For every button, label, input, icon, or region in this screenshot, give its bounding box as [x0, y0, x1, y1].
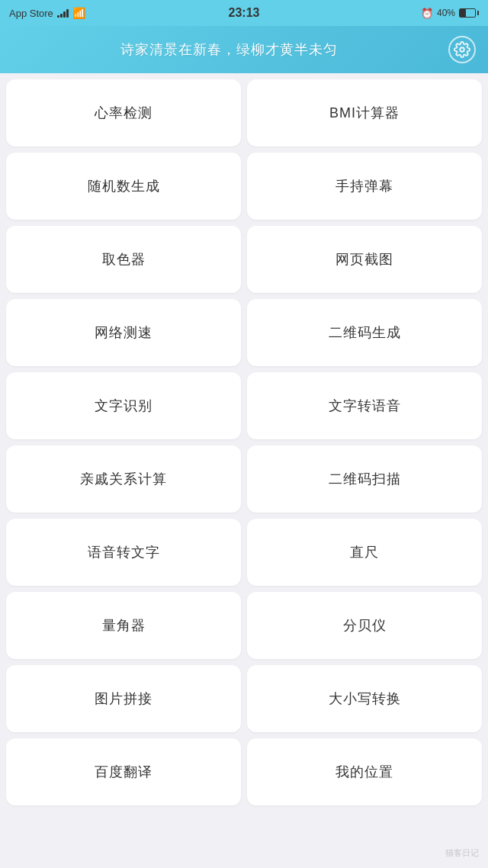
status-time: 23:13: [229, 6, 260, 20]
grid-item-label-webpage-screenshot: 网页截图: [336, 250, 393, 268]
grid-item-qr-generate[interactable]: 二维码生成: [247, 299, 482, 366]
grid-item-decibel[interactable]: 分贝仪: [247, 592, 482, 659]
grid-item-label-photo-stitch: 图片拼接: [95, 690, 152, 708]
status-right: ⏰ 40%: [421, 8, 479, 19]
grid-item-label-protractor: 量角器: [102, 616, 146, 635]
battery-icon: [459, 8, 479, 18]
grid-item-label-speed-test: 网络测速: [95, 323, 152, 342]
grid-item-heart-rate[interactable]: 心率检测: [6, 79, 241, 146]
feature-grid: 心率检测BMI计算器随机数生成手持弹幕取色器网页截图网络测速二维码生成文字识别文…: [0, 73, 488, 812]
grid-item-label-ocr: 文字识别: [95, 397, 152, 415]
grid-item-label-text-to-speech: 文字转语音: [329, 397, 401, 415]
grid-item-kinship[interactable]: 亲戚关系计算: [6, 445, 241, 513]
settings-button[interactable]: [448, 36, 476, 63]
grid-item-label-danmu: 手持弹幕: [336, 177, 393, 195]
grid-item-label-baidu-translate: 百度翻译: [95, 763, 152, 781]
grid-item-protractor[interactable]: 量角器: [6, 592, 241, 659]
status-bar: App Store 📶 23:13 ⏰ 40%: [0, 0, 488, 26]
grid-item-label-color-picker: 取色器: [102, 250, 146, 268]
status-left: App Store 📶: [9, 7, 85, 19]
grid-item-speed-test[interactable]: 网络测速: [6, 299, 241, 366]
grid-item-bmi[interactable]: BMI计算器: [247, 79, 482, 146]
grid-item-label-kinship: 亲戚关系计算: [80, 470, 167, 488]
page-title: 诗家清景在新春，绿柳才黄半未匀: [120, 40, 338, 59]
grid-item-label-ruler: 直尺: [350, 543, 379, 561]
grid-item-text-to-speech[interactable]: 文字转语音: [247, 372, 482, 439]
grid-item-speech-to-text[interactable]: 语音转文字: [6, 519, 241, 586]
grid-item-label-my-location: 我的位置: [336, 763, 393, 781]
battery-percent: 40%: [437, 8, 455, 18]
grid-item-webpage-screenshot[interactable]: 网页截图: [247, 226, 482, 293]
grid-item-label-speech-to-text: 语音转文字: [88, 543, 160, 561]
grid-item-case-convert[interactable]: 大小写转换: [247, 665, 482, 732]
grid-item-baidu-translate[interactable]: 百度翻译: [6, 738, 241, 805]
alarm-icon: ⏰: [421, 8, 433, 19]
grid-item-random-number[interactable]: 随机数生成: [6, 153, 241, 220]
grid-item-qr-scan[interactable]: 二维码扫描: [247, 445, 482, 513]
carrier-label: App Store: [9, 8, 53, 19]
watermark: 猫客日记: [445, 847, 479, 859]
grid-item-color-picker[interactable]: 取色器: [6, 226, 241, 293]
svg-point-0: [460, 47, 464, 52]
grid-item-label-qr-generate: 二维码生成: [329, 323, 401, 342]
grid-item-label-decibel: 分贝仪: [343, 616, 387, 635]
grid-item-ocr[interactable]: 文字识别: [6, 372, 241, 439]
grid-item-label-bmi: BMI计算器: [329, 104, 400, 122]
signal-bars-icon: [57, 8, 69, 18]
settings-icon: [454, 41, 470, 58]
header: 诗家清景在新春，绿柳才黄半未匀: [0, 26, 488, 73]
grid-item-label-random-number: 随机数生成: [88, 177, 160, 195]
grid-item-photo-stitch[interactable]: 图片拼接: [6, 665, 241, 732]
grid-item-label-qr-scan: 二维码扫描: [329, 470, 401, 488]
grid-item-label-heart-rate: 心率检测: [95, 104, 152, 122]
wifi-icon: 📶: [72, 7, 85, 19]
grid-item-label-case-convert: 大小写转换: [329, 690, 401, 708]
grid-item-ruler[interactable]: 直尺: [247, 519, 482, 586]
grid-item-my-location[interactable]: 我的位置: [247, 738, 482, 805]
grid-item-danmu[interactable]: 手持弹幕: [247, 153, 482, 220]
